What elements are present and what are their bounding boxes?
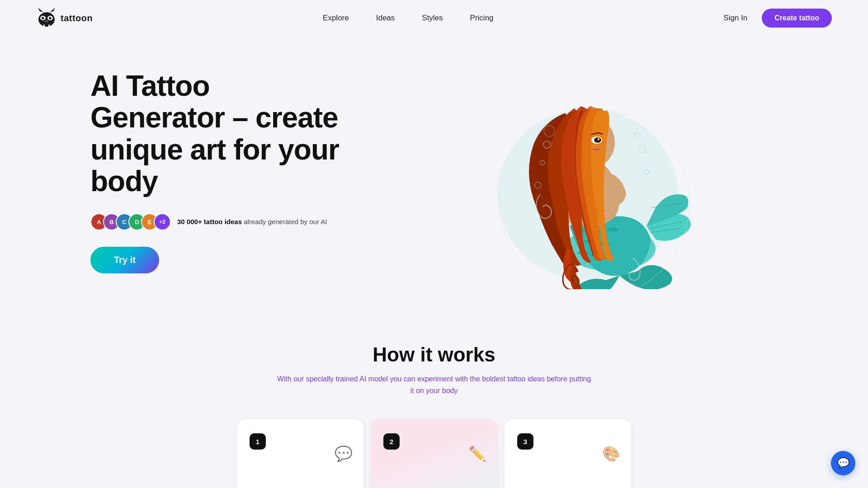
avatar-group: A B C D E +2 <box>90 213 171 230</box>
step-number-1: 1 <box>250 433 266 450</box>
svg-point-6 <box>51 17 52 18</box>
hero-section: AI Tattoo Generator – create unique art … <box>0 36 868 316</box>
social-text: 30 000+ tattoo ideas already generated b… <box>177 217 327 227</box>
nav-explore[interactable]: Explore <box>323 14 349 23</box>
step-card-3: 3 🎨 <box>505 419 631 488</box>
steps-row: 1 💬 2 ✏️ 3 🎨 <box>36 419 832 488</box>
step-number-2: 2 <box>383 433 400 450</box>
nav-right: Sign In Create tattoo <box>723 9 832 28</box>
step-card-2: 2 ✏️ <box>371 419 497 488</box>
svg-point-5 <box>43 17 44 18</box>
how-it-works-section: How it works With our specially trained … <box>0 316 868 488</box>
how-it-works-subtitle: With our specially trained AI model you … <box>276 373 592 396</box>
chat-icon: 💬 <box>837 457 849 469</box>
chat-support-button[interactable]: 💬 <box>831 451 855 475</box>
step-icon-3: 🎨 <box>602 445 620 462</box>
nav-links: Explore Ideas Styles Pricing <box>323 14 494 23</box>
svg-rect-9 <box>48 24 50 27</box>
hero-illustration <box>344 54 832 289</box>
social-proof: A B C D E +2 30 000+ tattoo ideas alread… <box>90 213 344 230</box>
try-it-button[interactable]: Try it <box>90 247 159 273</box>
hero-content: AI Tattoo Generator – create unique art … <box>90 70 344 274</box>
step-card-1: 1 💬 <box>237 419 363 488</box>
nav-ideas[interactable]: Ideas <box>376 14 395 23</box>
step-icon-1: 💬 <box>335 445 353 462</box>
avatar-plus-badge: +2 <box>154 213 171 230</box>
svg-point-28 <box>598 138 599 140</box>
mermaid-svg <box>479 54 696 289</box>
sign-in-link[interactable]: Sign In <box>723 14 747 23</box>
tattoo-count: 30 000+ tattoo ideas <box>177 218 242 225</box>
step-icon-2: ✏️ <box>468 445 486 462</box>
create-tattoo-button[interactable]: Create tattoo <box>762 9 832 28</box>
nav-styles[interactable]: Styles <box>422 14 443 23</box>
logo[interactable]: tattoon <box>36 8 93 28</box>
svg-rect-8 <box>43 24 45 27</box>
nav-pricing[interactable]: Pricing <box>470 14 494 23</box>
hero-title: AI Tattoo Generator – create unique art … <box>90 70 344 197</box>
svg-point-7 <box>45 20 48 23</box>
svg-point-27 <box>594 137 601 143</box>
logo-icon <box>36 8 57 28</box>
social-suffix: already generated by our AI <box>242 218 327 225</box>
brand-name: tattoon <box>61 13 93 23</box>
step-number-3: 3 <box>517 433 533 450</box>
navbar: tattoon Explore Ideas Styles Pricing Sig… <box>0 0 868 36</box>
how-it-works-title: How it works <box>36 343 832 366</box>
